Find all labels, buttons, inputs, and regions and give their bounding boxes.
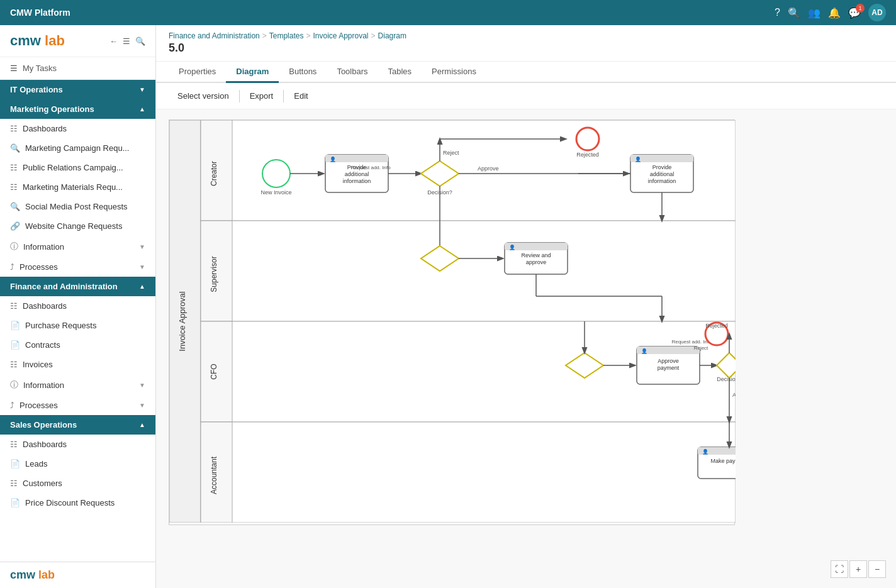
diagram-container[interactable]: Invoice Approval Creator Supervisor CFO bbox=[156, 109, 896, 588]
avatar[interactable]: AD bbox=[868, 4, 886, 21]
tab-toolbars[interactable]: Toolbars bbox=[327, 62, 378, 83]
tab-diagram[interactable]: Diagram bbox=[226, 62, 279, 83]
sidebar-item-public-relations[interactable]: ☷ Public Relations Campaig... bbox=[0, 158, 155, 177]
bottom-logo-lab: lab bbox=[38, 569, 55, 581]
svg-text:👤: 👤 bbox=[330, 156, 336, 162]
bell-icon[interactable]: 🔔 bbox=[828, 7, 841, 19]
sidebar: cmw lab ← ☰ 🔍 ☰ My Tasks IT Operations ▼… bbox=[0, 25, 156, 588]
table-customers-icon: ☷ bbox=[10, 479, 18, 488]
breadcrumb-diagram[interactable]: Diagram bbox=[378, 31, 406, 40]
zoom-out-button[interactable]: − bbox=[868, 560, 886, 578]
table-invoices-icon: ☷ bbox=[10, 360, 18, 369]
marketing-campaign-label: Marketing Campaign Requ... bbox=[25, 143, 129, 153]
svg-text:Creator: Creator bbox=[210, 161, 218, 186]
dashboards-sales-label: Dashboards bbox=[23, 440, 67, 449]
tasks-icon: ☰ bbox=[10, 64, 18, 73]
menu-icon[interactable]: ☰ bbox=[123, 36, 130, 46]
sidebar-item-invoices[interactable]: ☷ Invoices bbox=[0, 355, 155, 374]
svg-text:approve: approve bbox=[526, 259, 547, 265]
svg-text:👤: 👤 bbox=[641, 348, 647, 354]
zoom-fit-button[interactable]: ⛶ bbox=[831, 560, 848, 578]
help-icon[interactable]: ? bbox=[775, 7, 780, 18]
sidebar-item-website-change[interactable]: 🔗 Website Change Requests bbox=[0, 216, 155, 236]
tab-tables[interactable]: Tables bbox=[378, 62, 422, 83]
sidebar-item-dashboards-mkt[interactable]: ☷ Dashboards bbox=[0, 119, 155, 138]
message-badge: 1 bbox=[856, 4, 865, 13]
breadcrumb-invoice-approval[interactable]: Invoice Approval bbox=[313, 31, 368, 40]
logo-text-cmw: cmw bbox=[10, 33, 45, 48]
table2-icon: ☷ bbox=[10, 182, 18, 192]
svg-text:Supervisor: Supervisor bbox=[210, 256, 218, 292]
svg-point-32 bbox=[576, 128, 599, 150]
search-icon[interactable]: 🔍 bbox=[788, 7, 800, 19]
svg-text:Decision?: Decision? bbox=[717, 376, 736, 382]
sidebar-section-sales[interactable]: Sales Operations ▲ bbox=[0, 415, 155, 435]
tab-permissions[interactable]: Permissions bbox=[422, 62, 486, 83]
dashboards-mkt-label: Dashboards bbox=[23, 124, 67, 133]
tab-buttons[interactable]: Buttons bbox=[279, 62, 327, 83]
invoices-label: Invoices bbox=[23, 360, 53, 369]
svg-text:Invoice Approval: Invoice Approval bbox=[177, 291, 187, 352]
export-button[interactable]: Export bbox=[241, 88, 283, 104]
svg-text:additional: additional bbox=[650, 171, 675, 177]
sidebar-item-marketing-campaign[interactable]: 🔍 Marketing Campaign Requ... bbox=[0, 138, 155, 158]
breadcrumb-templates[interactable]: Templates bbox=[269, 31, 304, 40]
sidebar-item-marketing-materials[interactable]: ☷ Marketing Materials Requ... bbox=[0, 177, 155, 197]
breadcrumb-finance[interactable]: Finance and Administration bbox=[169, 31, 260, 40]
sidebar-section-finance[interactable]: Finance and Administration ▲ bbox=[0, 277, 155, 296]
info-icon: ⓘ bbox=[10, 241, 18, 252]
zoom-in-button[interactable]: + bbox=[849, 560, 867, 578]
social-icon: 🔍 bbox=[10, 202, 20, 211]
zoom-controls: ⛶ + − bbox=[831, 560, 886, 578]
sidebar-section-marketing-operations[interactable]: Marketing Operations ▲ bbox=[0, 99, 155, 119]
sidebar-item-social-media[interactable]: 🔍 Social Media Post Requests bbox=[0, 197, 155, 216]
tab-properties[interactable]: Properties bbox=[169, 62, 226, 83]
price-discount-label: Price Discount Requests bbox=[25, 498, 115, 508]
process-fin-icon: ⤴ bbox=[10, 401, 14, 410]
svg-text:payment: payment bbox=[658, 365, 680, 371]
messages-icon[interactable]: 💬 1 bbox=[848, 7, 861, 19]
edit-button[interactable]: Edit bbox=[285, 88, 316, 104]
marketing-materials-label: Marketing Materials Requ... bbox=[23, 182, 123, 192]
svg-text:additional: additional bbox=[345, 171, 369, 177]
breadcrumb-sep1: > bbox=[262, 31, 267, 40]
sidebar-search-icon[interactable]: 🔍 bbox=[135, 36, 145, 46]
doc-purchase-icon: 📄 bbox=[10, 321, 20, 330]
contracts-label: Contracts bbox=[25, 340, 60, 350]
svg-text:Review and: Review and bbox=[521, 252, 551, 258]
customers-label: Customers bbox=[23, 479, 62, 488]
my-tasks-item[interactable]: ☰ My Tasks bbox=[0, 57, 155, 80]
sidebar-item-dashboards-fin[interactable]: ☷ Dashboards bbox=[0, 296, 155, 316]
grid-sales-icon: ☷ bbox=[10, 440, 18, 449]
sidebar-section-it-operations[interactable]: IT Operations ▼ bbox=[0, 80, 155, 99]
sales-label: Sales Operations bbox=[10, 420, 77, 430]
doc-leads-icon: 📄 bbox=[10, 459, 20, 469]
users-icon[interactable]: 👥 bbox=[808, 7, 820, 19]
app-title: CMW Platform bbox=[10, 8, 70, 18]
process-icon: ⤴ bbox=[10, 262, 14, 272]
sidebar-item-price-discount[interactable]: 📄 Price Discount Requests bbox=[0, 493, 155, 513]
sidebar-item-information-fin[interactable]: ⓘ Information ▼ bbox=[0, 374, 155, 396]
sidebar-item-contracts[interactable]: 📄 Contracts bbox=[0, 335, 155, 355]
sidebar-item-leads[interactable]: 📄 Leads bbox=[0, 454, 155, 474]
sidebar-item-processes-fin[interactable]: ⤴ Processes ▼ bbox=[0, 396, 155, 415]
info-mkt-chevron: ▼ bbox=[139, 243, 145, 250]
collapse-sidebar-icon[interactable]: ← bbox=[109, 36, 118, 46]
processes-fin-label: Processes bbox=[20, 401, 58, 410]
sidebar-item-dashboards-sales[interactable]: ☷ Dashboards bbox=[0, 435, 155, 454]
sidebar-item-information-mkt[interactable]: ⓘ Information ▼ bbox=[0, 236, 155, 257]
proc-fin-chevron: ▼ bbox=[139, 402, 145, 409]
svg-text:Make payment: Make payment bbox=[710, 458, 736, 464]
sidebar-item-customers[interactable]: ☷ Customers bbox=[0, 474, 155, 493]
breadcrumb: Finance and Administration > Templates >… bbox=[169, 31, 883, 40]
information-fin-label: Information bbox=[23, 380, 64, 390]
svg-text:information: information bbox=[648, 178, 676, 184]
doc-contracts-icon: 📄 bbox=[10, 340, 20, 350]
sidebar-item-purchase-requests[interactable]: 📄 Purchase Requests bbox=[0, 316, 155, 335]
sidebar-item-processes-mkt[interactable]: ⤴ Processes ▼ bbox=[0, 257, 155, 277]
tab-bar: Properties Diagram Buttons Toolbars Tabl… bbox=[156, 62, 896, 83]
svg-text:Reject: Reject bbox=[694, 345, 708, 351]
breadcrumb-area: Finance and Administration > Templates >… bbox=[156, 25, 896, 62]
select-version-button[interactable]: Select version bbox=[169, 88, 238, 104]
svg-text:Approve: Approve bbox=[732, 392, 736, 398]
